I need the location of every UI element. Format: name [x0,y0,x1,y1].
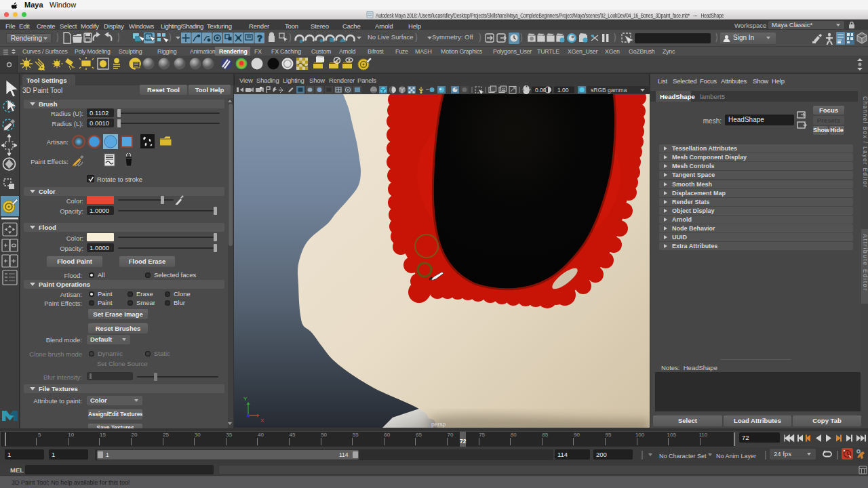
svg-text:persp: persp [431,421,446,428]
svg-text:Y: Y [243,396,248,402]
svg-text:1.00: 1.00 [557,87,569,94]
svg-text:X: X [260,418,264,424]
svg-text:sRGB gamma: sRGB gamma [591,87,627,94]
svg-text:?: ? [257,33,262,43]
